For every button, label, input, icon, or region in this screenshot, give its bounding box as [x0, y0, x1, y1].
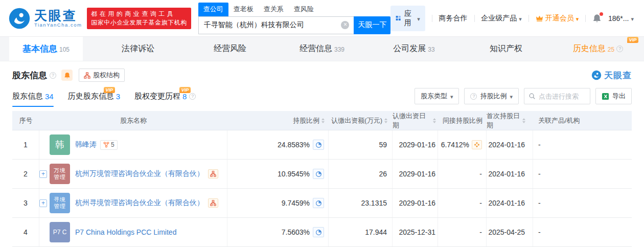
promo-line-2: 国家中小企业发展子基金旗下机构: [91, 18, 187, 27]
equity-chart-icon[interactable]: [208, 198, 218, 208]
equity-penetration-icon[interactable]: [313, 140, 324, 150]
ratio-value: 9.7459%: [282, 199, 310, 207]
col-label: 认缴出资额(万元): [331, 116, 382, 125]
monitor-bell-icon[interactable]: [61, 70, 73, 81]
notifications-bell[interactable]: [592, 14, 602, 23]
equity-penetration-icon[interactable]: [313, 198, 324, 208]
shareholder-link[interactable]: 杭州寻境管理咨询合伙企业（有限合伙）: [75, 198, 204, 208]
search-button[interactable]: 天眼一下: [354, 16, 390, 34]
shareholder-link[interactable]: P7 China Holdings PCC Limited: [75, 228, 176, 236]
search-input[interactable]: [198, 16, 354, 34]
cell-first-date: 2024-01-16: [487, 189, 533, 217]
menu-divider: [474, 15, 475, 22]
sort-icon[interactable]: [522, 118, 525, 123]
subtab-history-shareholders[interactable]: VIP 历史股东信息 3: [68, 92, 120, 107]
menu-cooperation-label: 商务合作: [439, 14, 468, 23]
avatar: 寻境 管理: [50, 193, 70, 213]
shareholder-type-filter[interactable]: 股东类型: [415, 88, 459, 104]
avatar: 万境 管理: [50, 164, 70, 184]
vip-badge: VIP: [179, 87, 191, 93]
equity-penetration-icon[interactable]: [313, 227, 324, 237]
col-label: 持股比例: [293, 116, 319, 125]
tab-operating-info[interactable]: 经营信息 339: [276, 37, 368, 61]
tab-company-development[interactable]: 公司发展 33: [368, 37, 460, 61]
equity-chart-icon[interactable]: [208, 169, 218, 178]
cell-ratio: 24.8583%: [227, 130, 329, 159]
help-icon[interactable]: [189, 93, 196, 100]
chevron-down-icon: [450, 93, 453, 100]
cell-ratio: 7.5603%: [227, 218, 329, 246]
account-menu[interactable]: 186*...: [608, 14, 634, 23]
col-subscribed-date[interactable]: 认缴出资日期: [393, 111, 438, 130]
menu-cooperation[interactable]: 商务合作: [439, 14, 468, 23]
expand-button[interactable]: [39, 170, 47, 178]
chevron-down-icon: [631, 14, 634, 23]
col-subscribed-amount[interactable]: 认缴出资额(万元): [329, 111, 393, 130]
sort-icon[interactable]: [321, 118, 325, 123]
tab-count: 339: [334, 46, 344, 53]
sort-icon[interactable]: [433, 118, 436, 123]
shareholder-link[interactable]: 韩峰涛: [75, 140, 97, 149]
tianyancha-logo-icon: [8, 7, 31, 30]
expand-spacer: [39, 229, 47, 236]
holding-ratio-filter[interactable]: 持股比例: [464, 88, 519, 104]
tab-label: 法律诉讼: [122, 43, 154, 54]
avatar-text: 万境: [54, 167, 66, 174]
table-search-input[interactable]: [539, 93, 586, 100]
tab-basic-info[interactable]: 基本信息 105: [0, 37, 92, 61]
tab-history-info[interactable]: VIP 历史信息 25: [552, 37, 644, 61]
apps-menu-label: 应用: [404, 9, 414, 28]
table-filters: 股东类型 持股比例: [415, 88, 632, 104]
equity-structure-icon[interactable]: [472, 140, 482, 149]
apps-menu[interactable]: 应用: [390, 6, 425, 31]
related-companies-badge[interactable]: 5: [100, 140, 118, 150]
tab-label: 知识产权: [490, 43, 522, 54]
table-search: [524, 88, 590, 104]
cell-amount: 17.944: [329, 218, 393, 246]
subtab-label: 股权变更历程: [134, 92, 180, 101]
cell-amount-date: 2025-12-31: [393, 218, 438, 246]
search-tab-relations[interactable]: 查关系: [259, 3, 289, 16]
tab-label: 基本信息: [22, 43, 57, 55]
cell-amount: 23.1315: [329, 189, 393, 217]
menu-enterprise[interactable]: 企业级产品: [481, 14, 522, 23]
help-icon[interactable]: [616, 46, 623, 52]
subtab-shareholders[interactable]: 股东信息 34: [12, 92, 54, 107]
tab-intellectual-property[interactable]: 知识产权: [460, 37, 552, 61]
tab-operating-risk[interactable]: 经营风险: [184, 37, 276, 61]
subtab-equity-change-history[interactable]: VIP 股权变更历程 8: [134, 92, 196, 107]
help-icon[interactable]: [50, 72, 56, 79]
tianyancha-page: 天眼查 TianYanCha.com 都在用的商业查询工具 国家中小企业发展子基…: [0, 0, 644, 247]
equity-penetration-icon[interactable]: [313, 169, 324, 179]
cell-amount-date: 2029-01-16: [393, 160, 438, 188]
shareholder-link[interactable]: 杭州万境管理咨询合伙企业（有限合伙）: [75, 169, 204, 178]
menu-vip-label: 开通会员: [545, 14, 574, 23]
col-first-holding-date[interactable]: 首次持股日期: [487, 111, 533, 130]
sort-icon[interactable]: [384, 118, 387, 123]
org-chart-icon: [84, 72, 90, 79]
tianyancha-logo[interactable]: 天眼查 TianYanCha.com: [8, 7, 82, 30]
tab-legal[interactable]: 法律诉讼: [92, 37, 184, 61]
menu-divider: [432, 15, 432, 22]
search-tab-company[interactable]: 查公司: [198, 3, 228, 16]
expand-button[interactable]: [39, 199, 47, 207]
cell-amount-date: 2029-01-16: [393, 189, 438, 217]
menu-enterprise-label: 企业级产品: [481, 14, 517, 23]
cell-shareholder: 万境 管理 杭州万境管理咨询合伙企业（有限合伙）: [39, 160, 227, 188]
tianyancha-watermark: 天眼查: [591, 70, 632, 81]
cell-first-date: 2024-01-16: [487, 160, 533, 188]
table-row: 1 韩 韩峰涛 5: [12, 130, 632, 160]
chevron-down-icon: [576, 14, 579, 23]
equity-structure-button[interactable]: 股权结构: [79, 69, 125, 82]
related-count: 5: [111, 141, 114, 148]
col-holding-ratio[interactable]: 持股比例: [227, 111, 329, 130]
clear-icon[interactable]: [341, 21, 349, 29]
export-button[interactable]: 导出: [595, 88, 632, 104]
search-tab-risk[interactable]: 查风险: [289, 3, 319, 16]
cell-ratio: 9.7459%: [227, 189, 329, 217]
export-label: 导出: [612, 92, 626, 101]
search-tab-boss[interactable]: 查老板: [228, 3, 259, 16]
avatar: 韩: [50, 134, 70, 155]
tab-label: 经营风险: [214, 43, 246, 54]
menu-vip[interactable]: 开通会员: [536, 14, 579, 23]
